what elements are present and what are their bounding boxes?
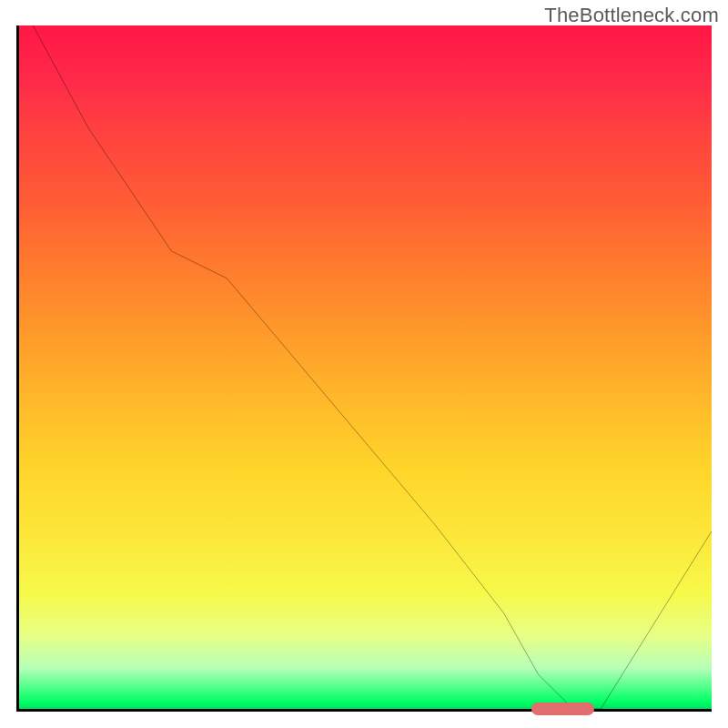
optimal-range-marker <box>531 703 593 715</box>
bottleneck-curve <box>19 25 712 709</box>
watermark-text: TheBottleneck.com <box>544 4 719 27</box>
curve-path <box>33 25 712 709</box>
chart-container: TheBottleneck.com <box>0 0 728 728</box>
plot-area <box>16 25 712 712</box>
